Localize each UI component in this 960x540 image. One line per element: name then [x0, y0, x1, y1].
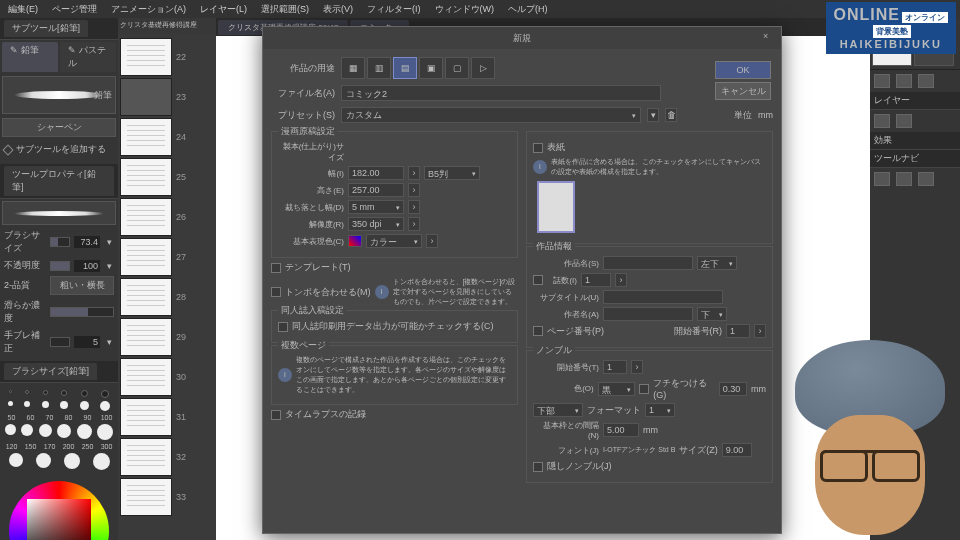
menu-layer[interactable]: レイヤー(L)	[194, 1, 253, 18]
new-document-dialog: 新規× OK キャンセル 作品の用途 ▦ ▥ ▤ ▣ ▢ ▷ ファイル名(A) …	[262, 26, 782, 534]
chevron-down-icon[interactable]: ▾	[104, 237, 114, 247]
menubar: 編集(E) ページ管理 アニメーション(A) レイヤー(L) 選択範囲(S) 表…	[0, 0, 960, 18]
add-subtool-icon	[2, 144, 13, 155]
colormode-dropdown[interactable]: カラー	[366, 234, 422, 248]
stroke-preview	[2, 201, 116, 225]
height-input[interactable]: 257.00	[348, 183, 404, 197]
author-input[interactable]	[603, 307, 693, 321]
menu-page[interactable]: ページ管理	[46, 1, 103, 18]
cover-checkbox[interactable]	[533, 143, 543, 153]
offset-input[interactable]: 5.00	[603, 423, 639, 437]
close-icon[interactable]: ×	[763, 31, 775, 43]
pagenum-checkbox[interactable]	[533, 326, 543, 336]
page-thumb[interactable]	[120, 118, 172, 156]
edge-input[interactable]: 0.30	[719, 382, 747, 396]
page-thumb[interactable]	[120, 158, 172, 196]
cover-fieldset: 表紙 i表紙を作品に含める場合は、このチェックをオンにしてキャンバスの設定や表紙…	[526, 131, 773, 244]
preset-save-icon[interactable]: ▾	[647, 108, 659, 122]
nombre-fieldset: ノンブル 開始番号(T)1› 色(O)黒フチをつける(G)0.30mm 下部フォ…	[526, 350, 773, 483]
page-thumb[interactable]	[120, 398, 172, 436]
brushsize-panel-tab[interactable]: ブラシサイズ[鉛筆]	[4, 363, 97, 380]
binding-fieldset: 漫画原稿設定 製本(仕上がり)サイズ 幅(I)182.00›B5判 高さ(E)2…	[271, 131, 518, 258]
density-slider[interactable]	[50, 307, 114, 317]
fanzine-checkbox[interactable]	[278, 322, 288, 332]
episode-input[interactable]: 1	[581, 273, 611, 287]
subtool-panel-tab[interactable]: サブツール[鉛筆]	[4, 20, 88, 37]
fontsize-input[interactable]: 9.00	[722, 443, 752, 457]
timelapse-checkbox[interactable]	[271, 410, 281, 420]
cancel-button[interactable]: キャンセル	[715, 82, 771, 100]
thumb-tab[interactable]: クリスタ基礎再修得講座	[118, 18, 216, 34]
purpose-comic-icon[interactable]: ▤	[393, 57, 417, 79]
opacity-slider[interactable]	[50, 261, 70, 271]
subtitle-input[interactable]	[603, 290, 723, 304]
purpose-illust-icon[interactable]: ▦	[341, 57, 365, 79]
dialog-title: 新規×	[263, 27, 781, 49]
menu-window[interactable]: ウィンドウ(W)	[429, 1, 501, 18]
menu-help[interactable]: ヘルプ(H)	[502, 1, 554, 18]
color-square[interactable]	[27, 499, 91, 540]
sharpen-button[interactable]: シャーペン	[2, 118, 116, 137]
ok-button[interactable]: OK	[715, 61, 771, 79]
template-checkbox[interactable]	[271, 263, 281, 273]
tab-pastel[interactable]: ✎ パステル	[60, 42, 116, 72]
brush-preview: 鉛筆	[2, 76, 116, 114]
edge-checkbox[interactable]	[639, 384, 649, 394]
info-icon: i	[278, 368, 292, 382]
preset-dropdown[interactable]: カスタム	[341, 107, 641, 123]
author-pos-dropdown[interactable]: 下	[697, 307, 727, 321]
episode-checkbox[interactable]	[533, 275, 543, 285]
purpose-anim-icon[interactable]: ▷	[471, 57, 495, 79]
preset-delete-icon[interactable]: 🗑	[665, 108, 677, 122]
aa-value[interactable]: 粗い・横長	[50, 276, 114, 295]
nombre-color-dropdown[interactable]: 黒	[598, 382, 635, 396]
page-thumb[interactable]	[120, 38, 172, 76]
tool-icon[interactable]	[874, 74, 890, 88]
worktitle-input[interactable]	[603, 256, 693, 270]
menu-view[interactable]: 表示(V)	[317, 1, 359, 18]
title-pos-dropdown[interactable]: 左下	[697, 256, 737, 270]
bleed-dropdown[interactable]: 5 mm	[348, 200, 404, 214]
info-icon: i	[533, 160, 547, 174]
resolution-dropdown[interactable]: 350 dpi	[348, 217, 404, 231]
filename-input[interactable]: コミック2	[341, 85, 661, 101]
purpose-print-icon[interactable]: ▣	[419, 57, 443, 79]
multipage-fieldset: 複数ページ i複数のページで構成された作品を作成する場合は、このチェックをオンに…	[271, 345, 518, 405]
brush-size-grid: 5060708090100 120150170200250300	[0, 383, 118, 477]
blind-nombre-checkbox[interactable]	[533, 462, 543, 472]
toolprop-panel-tab[interactable]: ツールプロパティ[鉛筆]	[4, 166, 114, 196]
page-thumb[interactable]	[120, 478, 172, 516]
nombre-pos-dropdown[interactable]: 下部	[533, 403, 583, 417]
paper-dropdown[interactable]: B5判	[424, 166, 480, 180]
width-input[interactable]: 182.00	[348, 166, 404, 180]
page-thumb[interactable]	[120, 198, 172, 236]
purpose-fanzine-icon[interactable]: ▢	[445, 57, 469, 79]
page-thumb[interactable]	[120, 358, 172, 396]
stabilize-slider[interactable]	[50, 337, 70, 347]
trim-checkbox[interactable]	[271, 287, 281, 297]
startpage-input[interactable]: 1	[726, 324, 750, 338]
watermark: ONLINEオンライン 背景美塾 HAIKEIBIJUKU	[826, 2, 956, 54]
page-thumb[interactable]	[120, 78, 172, 116]
menu-select[interactable]: 選択範囲(S)	[255, 1, 315, 18]
brush-size-slider[interactable]	[50, 237, 70, 247]
left-panels: サブツール[鉛筆] ✎ 鉛筆 ✎ パステル 鉛筆 シャーペン サブツールを追加す…	[0, 18, 118, 540]
cover-preview	[537, 181, 575, 233]
page-thumb[interactable]	[120, 238, 172, 276]
presenter-overlay	[785, 340, 955, 540]
workinfo-fieldset: 作品情報 作品名(S)左下 話数(I)1› サブタイトル(U) 作者名(A)下 …	[526, 246, 773, 348]
page-thumb[interactable]	[120, 438, 172, 476]
menu-edit[interactable]: 編集(E)	[2, 1, 44, 18]
add-subtool[interactable]: サブツールを追加する	[16, 143, 106, 156]
page-thumbnails: クリスタ基礎再修得講座 22 23 24 25 26 27 28 29 30 3…	[118, 18, 216, 540]
nombre-start-input[interactable]: 1	[603, 360, 627, 374]
format-dropdown[interactable]: 1	[645, 403, 675, 417]
page-thumb[interactable]	[120, 318, 172, 356]
color-chip-icon	[348, 235, 362, 247]
menu-anim[interactable]: アニメーション(A)	[105, 1, 192, 18]
tab-pencil[interactable]: ✎ 鉛筆	[2, 42, 58, 72]
color-wheel[interactable]	[9, 481, 109, 540]
menu-filter[interactable]: フィルター(I)	[361, 1, 427, 18]
purpose-webtoon-icon[interactable]: ▥	[367, 57, 391, 79]
page-thumb[interactable]	[120, 278, 172, 316]
